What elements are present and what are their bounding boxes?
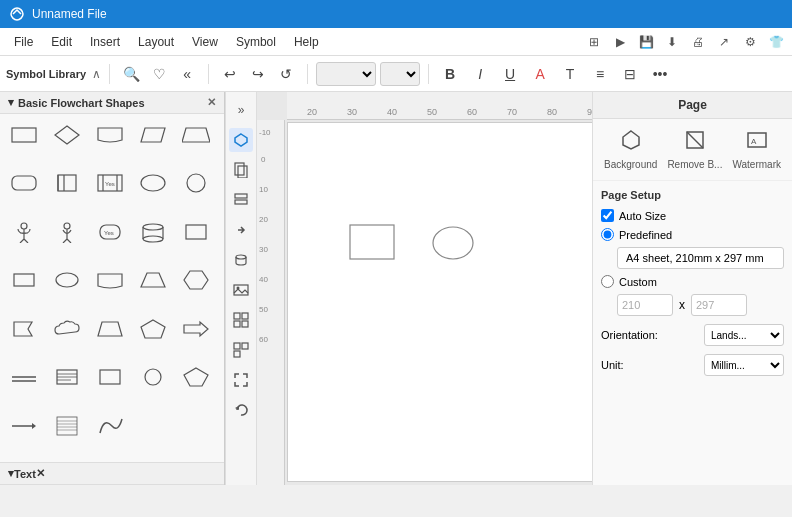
- sidebar-check-button[interactable]: [229, 338, 253, 362]
- shape-rounded-rect[interactable]: [6, 168, 42, 198]
- shape-note[interactable]: [49, 362, 85, 392]
- canvas-circle-shape[interactable]: [428, 223, 478, 263]
- remove-bg-button[interactable]: Remove B...: [667, 129, 722, 170]
- shape-iobox[interactable]: [49, 168, 85, 198]
- menu-icon-7[interactable]: ⚙: [740, 32, 760, 52]
- menu-edit[interactable]: Edit: [43, 33, 80, 51]
- text-close-button[interactable]: ✕: [36, 467, 45, 480]
- shape-decision[interactable]: [49, 120, 85, 150]
- shape-trapezoid2[interactable]: [92, 314, 128, 344]
- heart-icon[interactable]: ♡: [146, 61, 172, 87]
- shape-pentagon[interactable]: [135, 314, 171, 344]
- font-size-select[interactable]: [380, 62, 420, 86]
- menu-icon-4[interactable]: ⬇: [662, 32, 682, 52]
- shape-hex[interactable]: [178, 265, 214, 295]
- shape-tape[interactable]: [92, 265, 128, 295]
- background-button[interactable]: Background: [604, 129, 657, 170]
- redo-button[interactable]: ↪: [245, 61, 271, 87]
- canvas-area[interactable]: 20 30 40 50 60 70 80 90 100 110 -10 0 10…: [257, 92, 592, 485]
- height-input[interactable]: [691, 294, 747, 316]
- shape-decision2[interactable]: Yes: [92, 217, 128, 247]
- align-button[interactable]: ≡: [587, 61, 613, 87]
- menu-view[interactable]: View: [184, 33, 226, 51]
- menu-insert[interactable]: Insert: [82, 33, 128, 51]
- svg-point-12: [141, 175, 165, 191]
- sidebar-layers-button[interactable]: [229, 188, 253, 212]
- auto-size-checkbox[interactable]: [601, 209, 614, 222]
- ruler-vertical: -10 0 10 20 30 40 50 60: [257, 120, 285, 485]
- shape-trap2[interactable]: [135, 265, 171, 295]
- menu-help[interactable]: Help: [286, 33, 327, 51]
- sidebar-data-button[interactable]: [229, 248, 253, 272]
- more-button[interactable]: •••: [647, 61, 673, 87]
- watermark-button[interactable]: A Watermark: [732, 129, 781, 170]
- shape-circle[interactable]: [178, 168, 214, 198]
- canvas-paper[interactable]: [287, 122, 592, 482]
- undo-button[interactable]: ↩: [217, 61, 243, 87]
- menu-symbol[interactable]: Symbol: [228, 33, 284, 51]
- shapes-close-button[interactable]: ✕: [207, 96, 216, 109]
- reset-button[interactable]: ↺: [273, 61, 299, 87]
- menu-layout[interactable]: Layout: [130, 33, 182, 51]
- text-style-button[interactable]: T: [557, 61, 583, 87]
- predefined-row: Predefined: [601, 228, 784, 241]
- search-icon[interactable]: 🔍: [118, 61, 144, 87]
- font-select[interactable]: [316, 62, 376, 86]
- shape-ellipse2[interactable]: [49, 265, 85, 295]
- sidebar-link-button[interactable]: [229, 218, 253, 242]
- menu-icon-3[interactable]: 💾: [636, 32, 656, 52]
- shape-trapezoid[interactable]: [178, 120, 214, 150]
- shape-arrow-lr[interactable]: [6, 411, 42, 441]
- menu-icon-2[interactable]: ▶: [610, 32, 630, 52]
- symbol-lib-arrow[interactable]: ∧: [92, 67, 101, 81]
- italic-button[interactable]: I: [467, 61, 493, 87]
- shape-document[interactable]: [92, 120, 128, 150]
- menu-file[interactable]: File: [6, 33, 41, 51]
- align2-button[interactable]: ⊟: [617, 61, 643, 87]
- background-label: Background: [604, 159, 657, 170]
- shape-curve[interactable]: [92, 411, 128, 441]
- shape-rect2[interactable]: [178, 217, 214, 247]
- shape-process[interactable]: [6, 120, 42, 150]
- predefined-radio[interactable]: [601, 228, 614, 241]
- shape-predefined[interactable]: Yes: [92, 168, 128, 198]
- menu-icon-8[interactable]: 👕: [766, 32, 786, 52]
- sidebar-format-button[interactable]: [229, 128, 253, 152]
- collapse-icon[interactable]: «: [174, 61, 200, 87]
- shape-parallelogram[interactable]: [135, 120, 171, 150]
- symbol-lib-label: Symbol Library: [6, 68, 86, 80]
- shape-ellipse3[interactable]: [135, 362, 171, 392]
- shape-arrow-right[interactable]: [178, 314, 214, 344]
- width-input[interactable]: [617, 294, 673, 316]
- menu-icon-5[interactable]: 🖨: [688, 32, 708, 52]
- shape-text-flow[interactable]: [49, 411, 85, 441]
- shapes-collapse-arrow[interactable]: ▾: [8, 96, 14, 109]
- shape-actor[interactable]: [49, 217, 85, 247]
- menu-icon-6[interactable]: ↗: [714, 32, 734, 52]
- shape-rect4[interactable]: [92, 362, 128, 392]
- orientation-select[interactable]: Lands... Portrait: [704, 324, 784, 346]
- shape-cloud[interactable]: [49, 314, 85, 344]
- canvas-rect-shape[interactable]: [348, 223, 398, 263]
- shape-person[interactable]: [6, 217, 42, 247]
- sidebar-group-button[interactable]: [229, 308, 253, 332]
- shape-cylinder[interactable]: [135, 217, 171, 247]
- sidebar-fullscreen-button[interactable]: [229, 368, 253, 392]
- remove-bg-label: Remove B...: [667, 159, 722, 170]
- shape-flag[interactable]: [6, 314, 42, 344]
- shape-line[interactable]: [6, 362, 42, 392]
- underline-button[interactable]: U: [497, 61, 523, 87]
- font-color-button[interactable]: A: [527, 61, 553, 87]
- shape-rect3[interactable]: [6, 265, 42, 295]
- sidebar-expand-button[interactable]: »: [229, 98, 253, 122]
- bold-button[interactable]: B: [437, 61, 463, 87]
- auto-size-label: Auto Size: [619, 210, 666, 222]
- shape-ellipse[interactable]: [135, 168, 171, 198]
- menu-icon-1[interactable]: ⊞: [584, 32, 604, 52]
- sidebar-page-button[interactable]: [229, 158, 253, 182]
- sidebar-image-button[interactable]: [229, 278, 253, 302]
- custom-radio[interactable]: [601, 275, 614, 288]
- sidebar-undo2-button[interactable]: [229, 398, 253, 422]
- shape-pentagon2[interactable]: [178, 362, 214, 392]
- unit-select[interactable]: Millim... Inches Points: [704, 354, 784, 376]
